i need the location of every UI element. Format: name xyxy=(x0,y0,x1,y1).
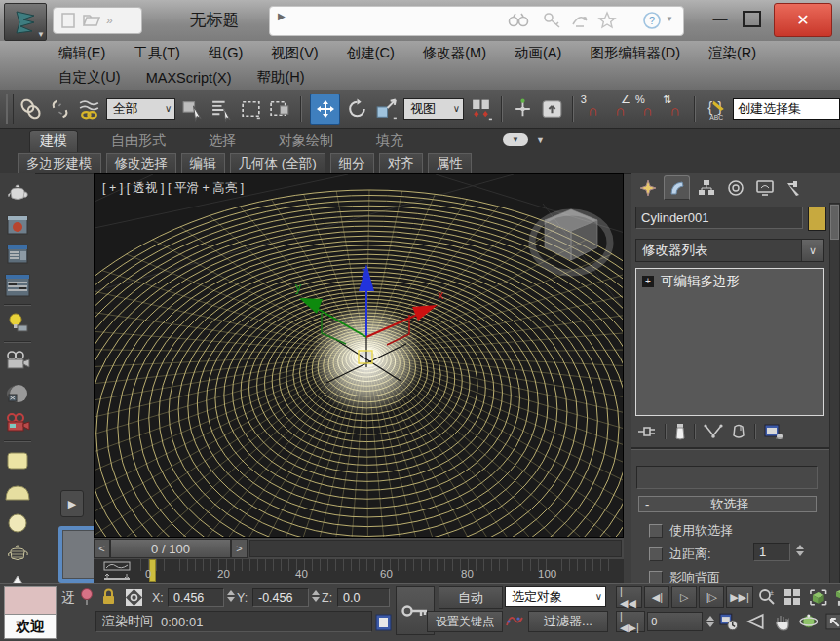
panel-edit[interactable]: 编辑 xyxy=(181,153,225,174)
ribbon-tab-selection[interactable]: 选择 xyxy=(199,131,246,152)
selection-filter-dropdown[interactable]: 全部 ∨ xyxy=(106,98,176,120)
use-pivot-point-center-icon[interactable] xyxy=(469,96,493,122)
panel-align[interactable]: 对齐 xyxy=(379,153,423,174)
dome-shape-icon[interactable] xyxy=(4,479,31,505)
help-dropdown-icon[interactable]: ▼ xyxy=(666,15,673,23)
time-slider-next-button[interactable]: > xyxy=(231,539,248,558)
menu-edit[interactable]: 编辑(E) xyxy=(58,44,105,62)
zoom-extents-all-icon[interactable] xyxy=(832,587,840,607)
scrollbar-thumb[interactable] xyxy=(830,205,839,240)
key-filter-dropdown[interactable]: 选定对象 ∨ xyxy=(505,586,606,607)
remove-modifier-icon[interactable] xyxy=(731,424,746,440)
spinner-snap-toggle[interactable]: ⇅ ∩ xyxy=(664,96,686,122)
maxscript-mini-listener[interactable]: 欢迎 xyxy=(4,614,57,639)
menu-graph-editors[interactable]: 图形编辑器(D) xyxy=(590,44,680,62)
y-coordinate-field[interactable]: -0.456 xyxy=(252,588,309,607)
next-frame-button[interactable]: |▷ xyxy=(699,586,724,608)
use-soft-selection-checkbox[interactable] xyxy=(649,524,663,538)
viewport-label[interactable]: [ + ] [ 透视 ] [ 平滑 + 高亮 ] xyxy=(102,180,244,197)
mini-curve-editor-icon[interactable] xyxy=(103,561,131,581)
close-button[interactable]: ✕ xyxy=(774,3,832,37)
edge-distance-spinner[interactable] xyxy=(796,545,804,556)
subscription-key-icon[interactable] xyxy=(543,12,562,29)
current-frame-field[interactable]: 0 xyxy=(647,612,703,631)
keyboard-shortcut-override-icon[interactable] xyxy=(540,96,564,122)
object-color-swatch[interactable] xyxy=(808,207,826,231)
menu-rendering[interactable]: 渲染(R) xyxy=(708,44,756,62)
panel-polygon-modeling[interactable]: 多边形建模 xyxy=(18,153,101,174)
ribbon-minimize-button[interactable]: ▼ xyxy=(503,133,528,146)
scene-notification-icon[interactable] xyxy=(375,614,392,631)
minimize-button[interactable]: — xyxy=(707,10,733,27)
zoom-all-icon[interactable] xyxy=(781,587,804,607)
angle-snap-toggle[interactable]: ∠ ∩ xyxy=(609,96,631,122)
display-tab-icon[interactable] xyxy=(751,175,778,200)
macro-recorder-pane[interactable] xyxy=(4,586,57,615)
toolbar-drag-handle[interactable] xyxy=(6,94,14,124)
render-teapot-icon[interactable] xyxy=(4,181,31,207)
infobar-flyout-icon[interactable]: ▶ xyxy=(278,11,286,21)
maximize-button[interactable] xyxy=(743,11,761,27)
edge-distance-checkbox[interactable] xyxy=(649,547,663,561)
menu-views[interactable]: 视图(V) xyxy=(271,44,318,62)
edit-named-selection-sets-icon[interactable]: {} ABC xyxy=(704,96,728,122)
menu-animation[interactable]: 动画(A) xyxy=(515,44,561,62)
key-mode-toggle[interactable]: |◀▶| xyxy=(616,611,645,632)
z-coordinate-field[interactable]: 0.0 xyxy=(337,588,390,607)
ribbon-tab-modeling[interactable]: 建模 xyxy=(29,130,78,152)
select-and-scale-icon[interactable] xyxy=(374,96,399,122)
panel-scrollbar[interactable] xyxy=(829,203,840,584)
video-camera-red-icon[interactable] xyxy=(4,411,31,436)
default-in-out-tangents-icon[interactable] xyxy=(505,612,524,629)
select-and-move-button[interactable] xyxy=(310,94,340,125)
ribbon-tab-object-paint[interactable]: 对象绘制 xyxy=(269,131,343,152)
open-file-icon[interactable] xyxy=(83,13,100,28)
time-slider-prev-button[interactable]: < xyxy=(94,539,110,558)
modifier-list-dropdown[interactable]: 修改器列表 ∨ xyxy=(635,239,824,262)
environment-dialog-icon[interactable] xyxy=(4,273,31,298)
frame-spinner[interactable] xyxy=(706,616,714,627)
qat-overflow-icon[interactable]: » xyxy=(106,14,113,27)
y-spinner[interactable] xyxy=(312,590,320,602)
communication-center-icon[interactable] xyxy=(570,11,590,30)
track-bar[interactable]: 0 20 40 60 80 100 xyxy=(94,559,624,584)
snap-toggle-3d[interactable]: 3 ∩ xyxy=(582,96,604,122)
menu-help[interactable]: 帮助(H) xyxy=(256,68,304,87)
select-and-link-icon[interactable] xyxy=(19,96,43,122)
reference-coordinate-dropdown[interactable]: 视图 ∨ xyxy=(403,98,464,120)
ribbon-tab-freeform[interactable]: 自由形式 xyxy=(101,131,175,152)
go-to-start-button[interactable]: |◀◀ xyxy=(616,586,642,608)
make-unique-icon[interactable] xyxy=(704,424,723,439)
rendered-frame-window-icon[interactable] xyxy=(4,242,31,267)
percent-snap-toggle[interactable]: % ∩ xyxy=(636,96,659,122)
x-spinner[interactable] xyxy=(227,590,235,602)
menu-group[interactable]: 组(G) xyxy=(209,44,243,62)
absolute-offset-mode-icon[interactable] xyxy=(125,588,143,607)
favorites-star-icon[interactable] xyxy=(597,11,617,30)
menu-maxscript[interactable]: MAXScript(X) xyxy=(146,70,232,86)
ribbon-tab-populate[interactable]: 填充 xyxy=(366,131,413,152)
utilities-tab-icon[interactable] xyxy=(781,175,807,200)
perspective-viewport[interactable]: Z x y [ + ] [ 透视 ] [ 平滑 + 高亮 ] xyxy=(94,173,624,538)
viewport-layout-flyout-button[interactable]: ▶ xyxy=(60,490,84,517)
isolate-selection-toggle-icon[interactable] xyxy=(80,587,94,607)
time-slider-handle[interactable]: 0 / 100 xyxy=(110,539,231,558)
zoom-extents-icon[interactable] xyxy=(806,587,831,607)
previous-frame-button[interactable]: ◀| xyxy=(644,586,669,608)
new-file-icon[interactable] xyxy=(59,13,77,28)
create-tab-icon[interactable] xyxy=(634,175,661,200)
shaded-sphere-icon[interactable] xyxy=(4,381,31,406)
help-icon[interactable]: ? xyxy=(642,11,662,30)
select-by-name-icon[interactable] xyxy=(210,96,234,122)
named-selection-set-field[interactable]: 创建选择集 xyxy=(733,98,840,120)
bind-to-space-warp-icon[interactable] xyxy=(77,96,101,122)
selection-lock-toggle-icon[interactable] xyxy=(101,588,116,606)
menu-create[interactable]: 创建(C) xyxy=(347,44,395,62)
show-end-result-icon[interactable] xyxy=(674,423,686,440)
configure-modifier-sets-icon[interactable] xyxy=(764,424,783,440)
filters-button[interactable]: 过滤器... xyxy=(528,611,608,632)
ribbon-minimize-dropdown-icon[interactable]: ▼ xyxy=(536,135,545,145)
panel-geometry-all[interactable]: 几何体 (全部) xyxy=(230,153,325,174)
render-setup-icon[interactable] xyxy=(4,212,31,238)
application-menu-button[interactable]: ▼ xyxy=(4,3,47,41)
